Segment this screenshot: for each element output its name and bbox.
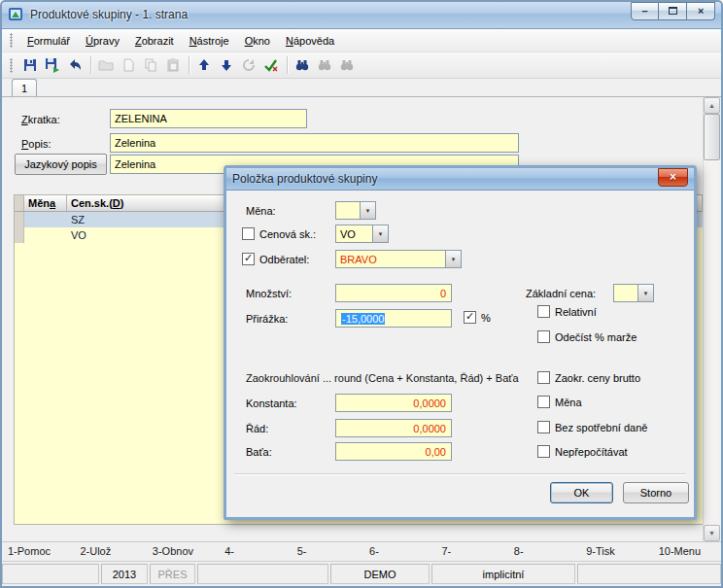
save-close-icon (45, 57, 60, 73)
jazykovy-popis-button[interactable]: Jazykový popis (15, 154, 107, 175)
dropdown-button[interactable]: ▼ (445, 250, 462, 268)
relativni-checkbox[interactable] (537, 305, 550, 318)
new-document-button[interactable] (118, 54, 139, 76)
dialog-title-bar[interactable]: Položka produktové skupiny × (226, 168, 694, 190)
toolbar-separator (90, 56, 91, 74)
app-window: Produktové skupiny - 1. strana – × Formu… (0, 0, 723, 588)
confirm-button[interactable] (260, 54, 282, 76)
paste-button[interactable] (162, 54, 184, 76)
row-selector[interactable] (15, 227, 24, 243)
storno-button[interactable]: Storno (623, 482, 689, 503)
bata-input[interactable]: 0,00 (335, 442, 452, 461)
selected-text: -15,0000 (341, 313, 385, 325)
copy-icon (143, 57, 158, 73)
bez-dane-checkbox[interactable] (537, 421, 550, 433)
rad-input[interactable]: 0,0000 (335, 419, 452, 437)
neprepocitavat-checkbox[interactable] (537, 445, 550, 458)
rad-label: Řád: (246, 423, 268, 434)
menu-zobrazit[interactable]: Zobrazit (127, 31, 182, 51)
mena-value[interactable] (335, 201, 360, 220)
status-empty-left (2, 564, 99, 584)
save-button[interactable] (19, 54, 41, 76)
undo-button[interactable] (64, 54, 86, 76)
find-button[interactable] (292, 54, 313, 76)
zaokr-brutto-checkbox[interactable] (537, 371, 550, 384)
tab-1[interactable]: 1 (12, 79, 37, 96)
status-overwrite-mode: PŘES (150, 564, 195, 584)
dropdown-button[interactable]: ▼ (360, 201, 376, 220)
menubar-grip[interactable] (10, 33, 13, 48)
refresh-button[interactable] (238, 54, 259, 76)
cenova-sk-checkbox[interactable] (242, 227, 255, 240)
vertical-scrollbar[interactable]: ▲ ▼ (703, 97, 719, 541)
prirazka-label: Přirážka: (246, 313, 288, 325)
scroll-down-arrow[interactable]: ▼ (704, 525, 720, 541)
menu-nastroje[interactable]: Nástroje (182, 31, 237, 51)
zakladni-cena-value[interactable] (613, 284, 637, 302)
find-next-button[interactable] (314, 54, 335, 76)
item-dialog: Položka produktové skupiny × Měna: ▼ Cen… (224, 165, 697, 520)
check-icon: ✓ (465, 311, 474, 322)
column-header-mena[interactable]: Měna (24, 195, 67, 211)
fkey-3-obnov[interactable]: 3-Obnov (145, 542, 217, 561)
caption-buttons: – × (631, 2, 715, 20)
odberatel-checkbox[interactable]: ✓ (242, 253, 255, 265)
menu-okno[interactable]: Okno (237, 31, 278, 51)
odecist-marze-checkbox[interactable] (537, 330, 550, 343)
menu-bar: Formulář Úpravy Zobrazit Nástroje Okno N… (0, 29, 723, 52)
fkey-5[interactable]: 5- (290, 542, 362, 561)
odberatel-combobox[interactable]: BRAVO ▼ (335, 250, 462, 268)
fkey-7[interactable]: 7- (433, 542, 505, 561)
zakladni-cena-label: Základní cena: (526, 288, 596, 299)
menu-formular[interactable]: Formulář (19, 31, 78, 51)
toolbar-grip[interactable] (10, 58, 13, 73)
copy-button[interactable] (140, 54, 161, 76)
dropdown-button[interactable]: ▼ (372, 225, 389, 243)
fkey-9-tisk[interactable]: 9-Tisk (578, 542, 650, 561)
minimize-button[interactable]: – (631, 2, 659, 20)
fkey-10-menu[interactable]: 10-Menu (651, 542, 723, 561)
maximize-button[interactable] (659, 2, 687, 20)
window-title: Produktové skupiny - 1. strana (30, 8, 188, 21)
percent-checkbox[interactable]: ✓ (464, 311, 476, 324)
check-icon: ✓ (244, 253, 253, 263)
fkey-2-uloz[interactable]: 2-Ulož (72, 542, 144, 561)
find-prev-button[interactable] (336, 54, 358, 76)
app-icon (8, 6, 24, 22)
menu-upravy[interactable]: Úpravy (78, 31, 127, 51)
mnozstvi-input[interactable]: 0 (335, 284, 452, 302)
save-close-button[interactable] (42, 54, 63, 76)
scroll-up-arrow[interactable]: ▲ (704, 97, 720, 114)
odberatel-value[interactable]: BRAVO (335, 250, 445, 268)
move-down-button[interactable] (216, 54, 237, 76)
move-up-button[interactable] (193, 54, 215, 76)
konstanta-input[interactable]: 0,0000 (335, 394, 452, 412)
mena-combobox[interactable]: ▼ (335, 201, 376, 220)
zakladni-cena-combobox[interactable]: ▼ (613, 284, 654, 302)
open-folder-button[interactable] (95, 54, 117, 76)
close-button[interactable]: × (687, 2, 715, 20)
cenova-sk-label: Cenová sk.: (259, 228, 316, 240)
close-icon: × (698, 5, 704, 17)
bez-dane-label: Bez spotřební daně (555, 422, 647, 433)
fkey-1-pomoc[interactable]: 1-Pomoc (0, 542, 72, 561)
fkey-8[interactable]: 8- (506, 542, 578, 561)
title-bar[interactable]: Produktové skupiny - 1. strana – × (0, 0, 723, 29)
prirazka-input[interactable]: -15,0000 (335, 309, 452, 328)
dialog-close-button[interactable]: × (658, 168, 688, 187)
zkratka-input[interactable] (110, 109, 307, 128)
fkey-4[interactable]: 4- (217, 542, 289, 561)
fkey-6[interactable]: 6- (362, 542, 433, 561)
status-demo: DEMO (330, 564, 430, 584)
cenova-sk-combobox[interactable]: VO ▼ (335, 225, 389, 243)
popis-input[interactable] (110, 133, 519, 153)
cenova-sk-value[interactable]: VO (335, 225, 372, 243)
undo-icon (67, 57, 83, 73)
dropdown-button[interactable]: ▼ (637, 284, 654, 302)
mena-checkbox[interactable] (537, 396, 550, 408)
row-selector[interactable] (15, 212, 24, 227)
ok-button[interactable]: OK (550, 482, 613, 503)
scrollbar-thumb[interactable] (704, 114, 720, 160)
mena-label: Měna: (246, 205, 276, 217)
menu-napoveda[interactable]: Nápověda (278, 31, 342, 51)
